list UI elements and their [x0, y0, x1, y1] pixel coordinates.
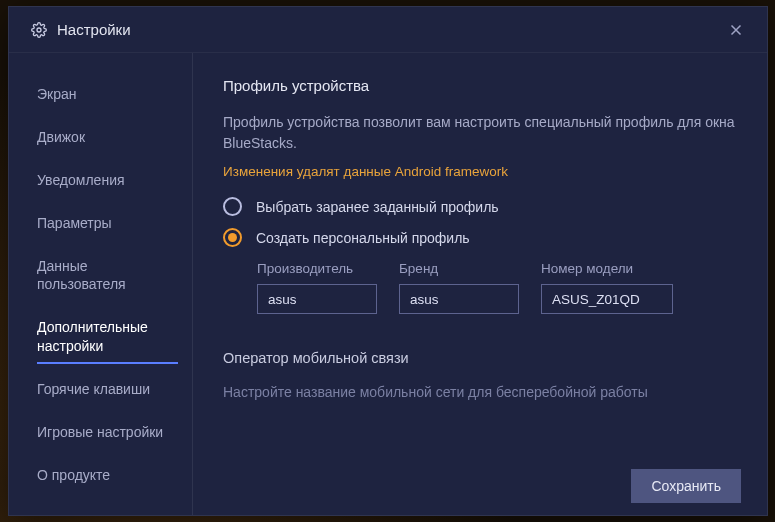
settings-modal: Настройки Экран Движок Уведомления Парам… — [8, 6, 768, 516]
radio-predefined-profile[interactable]: Выбрать заранее заданный профиль — [223, 197, 737, 216]
sidebar-item-label: Параметры — [37, 215, 112, 231]
sidebar-item-label: Данные пользователя — [37, 258, 126, 293]
field-brand: Бренд — [399, 261, 519, 314]
field-model: Номер модели — [541, 261, 673, 314]
sidebar-item-label: Игровые настройки — [37, 424, 163, 440]
modal-header: Настройки — [9, 7, 767, 53]
sidebar-item-label: Горячие клавиши — [37, 381, 150, 397]
sidebar-item-label: Дополнительные настройки — [37, 319, 148, 354]
sidebar-item-advanced[interactable]: Дополнительные настройки — [9, 306, 192, 368]
radio-label: Создать персональный профиль — [256, 230, 470, 246]
sidebar-item-preferences[interactable]: Параметры — [9, 202, 192, 245]
close-button[interactable] — [721, 15, 751, 45]
radio-label: Выбрать заранее заданный профиль — [256, 199, 499, 215]
sidebar-item-label: Уведомления — [37, 172, 125, 188]
sidebar-item-engine[interactable]: Движок — [9, 116, 192, 159]
radio-icon — [223, 228, 242, 247]
sidebar-item-notifications[interactable]: Уведомления — [9, 159, 192, 202]
input-manufacturer[interactable] — [257, 284, 377, 314]
field-label-manufacturer: Производитель — [257, 261, 377, 276]
content-panel: Профиль устройства Профиль устройства по… — [193, 53, 767, 515]
save-button[interactable]: Сохранить — [631, 469, 741, 503]
modal-body: Экран Движок Уведомления Параметры Данны… — [9, 53, 767, 515]
input-model[interactable] — [541, 284, 673, 314]
sidebar-item-label: О продукте — [37, 467, 110, 483]
device-profile-warning: Изменения удалят данные Android framewor… — [223, 164, 737, 179]
svg-point-0 — [37, 28, 41, 32]
gear-icon — [31, 22, 47, 38]
sidebar-item-label: Движок — [37, 129, 85, 145]
sidebar-item-label: Экран — [37, 86, 77, 102]
sidebar-item-shortcuts[interactable]: Горячие клавиши — [9, 368, 192, 411]
sidebar: Экран Движок Уведомления Параметры Данны… — [9, 53, 193, 515]
field-manufacturer: Производитель — [257, 261, 377, 314]
sidebar-item-about[interactable]: О продукте — [9, 454, 192, 497]
section-title-mobile-operator: Оператор мобильной связи — [223, 350, 737, 366]
section-title-device-profile: Профиль устройства — [223, 77, 737, 94]
mobile-operator-description: Настройте название мобильной сети для бе… — [223, 382, 737, 403]
sidebar-item-game-settings[interactable]: Игровые настройки — [9, 411, 192, 454]
sidebar-item-user-data[interactable]: Данные пользователя — [9, 245, 192, 307]
backdrop: Настройки Экран Движок Уведомления Парам… — [0, 0, 775, 522]
field-label-brand: Бренд — [399, 261, 519, 276]
device-profile-description: Профиль устройства позволит вам настроит… — [223, 112, 737, 154]
input-brand[interactable] — [399, 284, 519, 314]
modal-title: Настройки — [57, 21, 721, 38]
radio-icon — [223, 197, 242, 216]
field-label-model: Номер модели — [541, 261, 673, 276]
radio-custom-profile[interactable]: Создать персональный профиль — [223, 228, 737, 247]
custom-profile-fields: Производитель Бренд Номер модели — [257, 261, 737, 314]
sidebar-item-screen[interactable]: Экран — [9, 73, 192, 116]
